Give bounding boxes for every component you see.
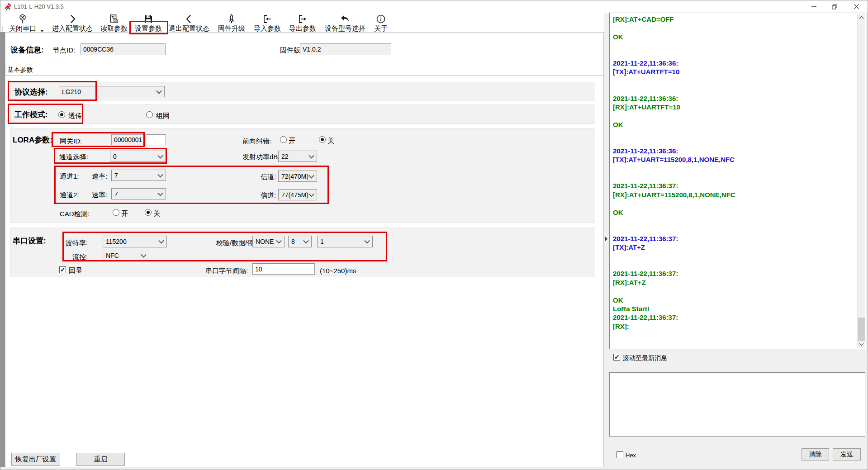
byte-interval-value: 10 (255, 266, 262, 273)
node-id-field[interactable]: 0009CC36 (81, 43, 166, 55)
close-button[interactable] (844, 0, 868, 13)
gateway-id-extra-field[interactable] (146, 134, 166, 145)
restart-button[interactable]: 重启 (76, 453, 125, 466)
fec-on-radio[interactable] (280, 136, 287, 143)
byte-interval-field[interactable]: 10 (252, 263, 315, 275)
tab-basic-params[interactable]: 基本参数 (5, 64, 35, 76)
chevron-down-icon (364, 238, 370, 244)
channel1-label: 通道1: (60, 172, 79, 180)
splitter-collapse-icon[interactable] (605, 236, 607, 242)
toolbar-button-read-params[interactable]: 读取参数 (100, 14, 128, 33)
log-line (613, 164, 853, 173)
chevron-down-icon (303, 238, 309, 244)
gateway-id-field[interactable]: 00000001 (111, 134, 144, 145)
factory-reset-button[interactable]: 恢复出厂设置 (11, 453, 60, 466)
cad-on-label: 开 (121, 209, 128, 218)
hex-checkbox[interactable] (617, 451, 623, 458)
flow-control-combo[interactable]: NFC (103, 250, 149, 261)
gateway-id-value: 00000001 (114, 136, 142, 143)
stop-bits-combo[interactable]: 1 (317, 236, 373, 247)
scroll-down-icon[interactable] (858, 341, 865, 348)
import-params-icon (254, 14, 281, 24)
log-line: 2021-11-22,11:36:36: (613, 94, 853, 103)
chevron-down-icon (156, 88, 162, 94)
log-line (613, 111, 853, 120)
log-line (613, 129, 853, 138)
toolbar-button-export-params[interactable]: 导出参数 (289, 14, 316, 33)
close-port-icon (9, 14, 36, 24)
toolbar-button-close-port[interactable]: 关闭串口 (9, 14, 36, 33)
channel1-rate-value: 7 (114, 172, 118, 179)
firmware-version-field[interactable]: V1.0.2 (300, 43, 391, 55)
clear-label: 清除 (809, 451, 822, 459)
fec-off-radio[interactable] (319, 136, 326, 143)
work-mode-networking-label: 组网 (156, 112, 170, 120)
read-params-icon (100, 14, 128, 24)
factory-reset-label: 恢复出厂设置 (15, 455, 56, 464)
tx-power-combo[interactable]: 22 (278, 151, 317, 162)
scroll-up-icon[interactable] (858, 14, 865, 21)
toolbar-button-set-params[interactable]: 设置参数 (135, 14, 162, 33)
log-line: OK (613, 296, 853, 304)
cad-off-label: 关 (153, 209, 160, 218)
log-line (613, 287, 853, 295)
toolbar-button-device-model[interactable]: 设备型号选择 (325, 14, 365, 33)
log-line: 2021-11-22,11:36:36: (613, 59, 853, 67)
log-line (613, 225, 853, 234)
cad-off-radio[interactable] (145, 209, 152, 216)
node-id-value: 0009CC36 (83, 46, 114, 53)
work-mode-transparent-radio[interactable] (58, 111, 65, 118)
log-output-box[interactable]: [RX]:AT+CAD=OFF OK 2021-11-22,11:36:36:[… (609, 13, 866, 349)
toolbar-button-exit-config[interactable]: 退出配置状态 (169, 14, 209, 33)
firmware-upgrade-icon (218, 14, 245, 24)
chevron-down-icon (157, 190, 163, 196)
channel2-freq-combo[interactable]: 77(475M) (278, 189, 317, 200)
enter-config-icon (52, 14, 93, 24)
log-line: OK (613, 33, 853, 41)
channel2-freq-label: 信道: (261, 191, 276, 199)
data-bits-combo[interactable]: 8 (288, 236, 312, 247)
log-line (613, 76, 853, 85)
tab-label: 基本参数 (8, 66, 33, 74)
scroll-latest-label: 滚动至最新消息 (623, 354, 667, 362)
protocol-value: LG210 (62, 88, 81, 95)
scrollbar-thumb[interactable] (858, 318, 865, 341)
chevron-down-icon (141, 252, 147, 258)
minimize-button[interactable] (804, 0, 824, 13)
protocol-select[interactable]: LG210 (59, 86, 165, 97)
echo-checkbox[interactable] (59, 266, 66, 273)
log-line: [RX]: (613, 322, 853, 331)
baud-rate-label: 波特率: (66, 239, 88, 247)
flow-control-label: 流控: (72, 253, 88, 261)
cad-on-radio[interactable] (113, 209, 119, 216)
log-scrollbar[interactable] (857, 14, 865, 348)
log-line: 2021-11-22,11:36:37: (613, 234, 853, 243)
send-button[interactable]: 发送 (833, 448, 861, 461)
toolbar-button-firmware-upgrade[interactable]: 固件升级 (218, 14, 245, 33)
parity-combo[interactable]: NONE (252, 236, 285, 247)
channel2-freq-value: 77(475M) (281, 191, 308, 199)
send-input-area[interactable] (609, 372, 865, 437)
chevron-down-icon (157, 152, 163, 158)
restore-button[interactable] (824, 0, 844, 13)
log-line: [RX]:AT+Z (613, 278, 853, 287)
channel2-rate-combo[interactable]: 7 (111, 188, 166, 199)
scroll-latest-checkbox[interactable] (613, 354, 620, 361)
log-line (613, 252, 853, 261)
flow-control-value: NFC (106, 252, 119, 259)
hex-label: Hex (626, 451, 636, 460)
channel1-rate-combo[interactable]: 7 (111, 170, 166, 181)
firmware-version-value: V1.0.2 (303, 46, 321, 53)
toolbar-button-enter-config[interactable]: 进入配置状态 (52, 14, 93, 33)
clear-button[interactable]: 清除 (802, 448, 829, 461)
toolbar-button-import-params[interactable]: 导入参数 (254, 14, 281, 33)
channel-select-combo[interactable]: 0 (110, 151, 166, 162)
byte-interval-hint: (10~250)ms (320, 267, 356, 275)
work-mode-networking-radio[interactable] (146, 111, 153, 118)
chevron-down-icon (308, 172, 314, 178)
tab-strip-line (5, 76, 604, 76)
baud-rate-combo[interactable]: 115200 (103, 236, 167, 247)
toolbar-button-about[interactable]: 关于 (374, 14, 388, 33)
channel1-freq-combo[interactable]: 72(470M) (278, 171, 317, 182)
toolbar: 关闭串口 进入配置状态 读取参数 (0, 13, 604, 32)
